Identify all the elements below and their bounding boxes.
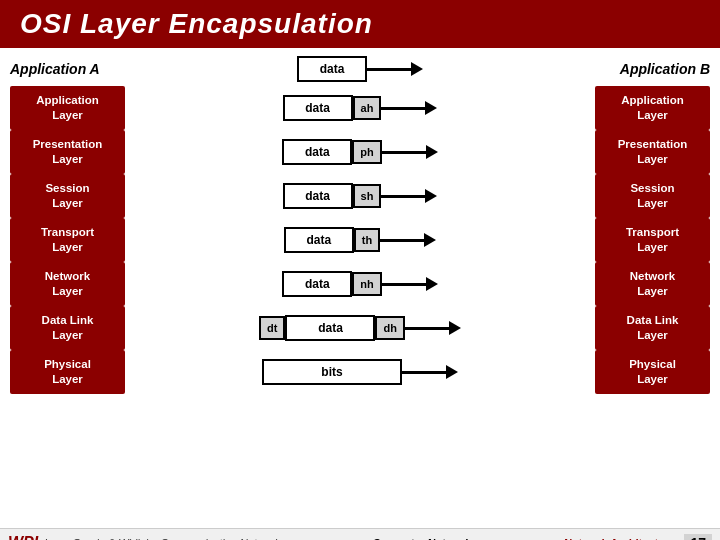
left-datalink-layer: Data LinkLayer (10, 306, 125, 350)
right-transport-layer: TransportLayer (595, 218, 710, 262)
app-data-box: data (283, 95, 353, 121)
th-box: th (354, 228, 380, 252)
wpi-logo: WPI (8, 534, 38, 541)
footnote-bar: WPI Leon-Garcia & Widjaja: Communication… (0, 528, 720, 540)
page-title: OSI Layer Encapsulation (20, 8, 373, 39)
footnote-right-label: Network Architecture (564, 537, 675, 541)
dt-box: dt (259, 316, 285, 340)
left-transport-layer: TransportLayer (10, 218, 125, 262)
bits-box: bits (262, 359, 402, 385)
left-network-layer: NetworkLayer (10, 262, 125, 306)
dl-data-box: data (285, 315, 375, 341)
page-number: 17 (684, 534, 712, 541)
left-application-layer: ApplicationLayer (10, 86, 125, 130)
dh-box: dh (375, 316, 404, 340)
top-data-box: data (297, 56, 367, 82)
ph-box: ph (352, 140, 381, 164)
footnote-center-label: Computer Networks (372, 537, 477, 541)
trans-data-box: data (284, 227, 354, 253)
right-session-layer: SessionLayer (595, 174, 710, 218)
ah-box: ah (353, 96, 382, 120)
right-presentation-layer: PresentationLayer (595, 130, 710, 174)
net-data-box: data (282, 271, 352, 297)
left-physical-layer: PhysicalLayer (10, 350, 125, 394)
nh-box: nh (352, 272, 381, 296)
title-bar: OSI Layer Encapsulation (0, 0, 720, 48)
left-presentation-layer: PresentationLayer (10, 130, 125, 174)
pres-data-box: data (282, 139, 352, 165)
right-network-layer: NetworkLayer (595, 262, 710, 306)
right-physical-layer: PhysicalLayer (595, 350, 710, 394)
right-application-layer: ApplicationLayer (595, 86, 710, 130)
sh-box: sh (353, 184, 382, 208)
app-b-label: Application B (620, 61, 710, 77)
sess-data-box: data (283, 183, 353, 209)
left-session-layer: SessionLayer (10, 174, 125, 218)
author-text: Leon-Garcia & Widjaja: Communication Net… (44, 537, 285, 541)
app-a-label: Application A (10, 61, 100, 77)
right-datalink-layer: Data LinkLayer (595, 306, 710, 350)
